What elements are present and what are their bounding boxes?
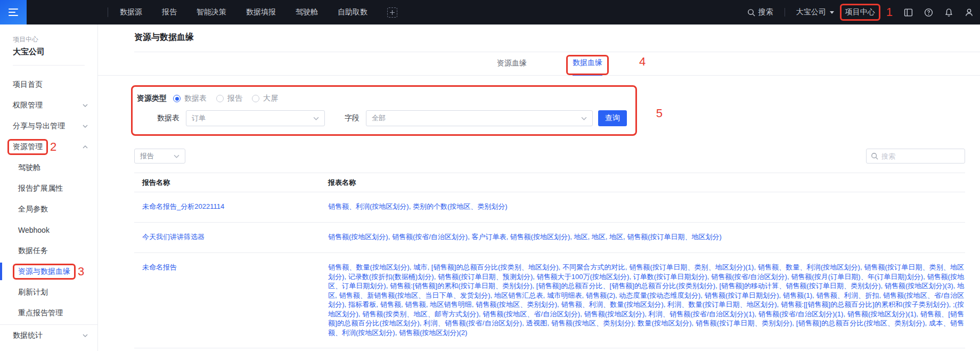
project-center-label: 项目中心 (845, 7, 875, 17)
radio-selected-icon (173, 95, 181, 102)
annotation-step-3: 3 (78, 266, 84, 277)
active-indicator-bar (0, 263, 2, 280)
sidebar-item-webhook[interactable]: Webhook (0, 219, 97, 240)
annotation-step-4: 4 (639, 56, 646, 68)
sidebar-item-permission-mgmt[interactable]: 权限管理 (0, 95, 97, 116)
chevron-up-icon (83, 145, 88, 149)
nav-item-smart-decision[interactable]: 智能决策 (197, 7, 226, 17)
search-icon (871, 152, 878, 160)
select-value: 全部 (372, 113, 386, 123)
chevron-down-icon (174, 154, 179, 158)
lineage-tabs: 资源血缘 数据血缘 4 (98, 52, 980, 76)
radio-icon (252, 95, 259, 102)
add-module-button[interactable] (387, 7, 397, 18)
sidebar-item-refresh-plan[interactable]: 刷新计划 (0, 282, 97, 303)
top-navbar: 数据源 报告 智能决策 数据填报 驾驶舱 自助取数 搜索 大宝公司 项目中心 1 (0, 0, 980, 25)
sidebar-item-report-ext-props[interactable]: 报告扩展属性 (0, 178, 97, 199)
sidebar-item-cockpit[interactable]: 驾驶舱 (0, 157, 97, 178)
query-button[interactable]: 查询 (598, 110, 627, 126)
chevron-down-icon (830, 11, 834, 14)
radio-option-datatable[interactable]: 数据表 (173, 94, 207, 103)
sidebar-item-label: 权限管理 (13, 101, 43, 110)
sidebar-item-global-params[interactable]: 全局参数 (0, 199, 97, 219)
tab-resource-lineage[interactable]: 资源血缘 (497, 59, 527, 75)
nav-item-self-service[interactable]: 自助取数 (338, 7, 368, 17)
column-header-chart-name: 报表名称 (328, 173, 965, 192)
table-row: 今天我们讲讲筛选器 销售额(按地区划分), 销售额(按省/自治区划分), 客户订… (134, 223, 965, 253)
sidebar-item-label: 分享与导出管理 (13, 121, 65, 131)
sidebar-item-label: 报告扩展属性 (18, 184, 63, 193)
chevron-down-icon (581, 117, 587, 120)
nav-item-report[interactable]: 报告 (162, 7, 177, 17)
field-select[interactable]: 全部 (366, 110, 593, 126)
notifications-icon[interactable] (944, 8, 953, 17)
radio-option-report[interactable]: 报告 (216, 94, 242, 103)
sidebar-item-label: 刷新计划 (18, 288, 48, 297)
org-switcher[interactable]: 大宝公司 (796, 7, 834, 17)
report-link[interactable]: 未命名报告_分析20221114 (142, 202, 224, 210)
chevron-down-icon (83, 334, 88, 337)
nav-item-datasource[interactable]: 数据源 (120, 7, 142, 17)
org-name: 大宝公司 (796, 7, 826, 17)
sidebar-item-label: 项目首页 (13, 80, 43, 89)
page-title: 资源与数据血缘 (134, 32, 980, 43)
sidebar-item-label: Webhook (18, 226, 50, 234)
lineage-table: 报告名称 报表名称 未命名报告_分析20221114 销售额、利润(按地区划分)… (134, 173, 965, 348)
sidebar-item-label: 数据统计 (13, 331, 43, 340)
annotation-step-2: 2 (50, 141, 56, 153)
sidebar-item-label: 重点报告管理 (18, 308, 63, 318)
sidebar-item-data-tasks[interactable]: 数据任务 (0, 240, 97, 261)
nav-divider (785, 8, 785, 17)
field-select-label: 字段 (345, 113, 360, 123)
global-search-button[interactable]: 搜索 (747, 7, 773, 17)
datatable-select-label: 数据表 (157, 113, 179, 123)
sidebar-item-label: 全局参数 (18, 205, 48, 214)
sidebar-item-label: 驾驶舱 (18, 163, 40, 173)
sidebar-item-resource-mgmt[interactable]: 资源管理 2 (0, 136, 97, 157)
chevron-down-icon (83, 125, 88, 128)
select-value: 订单 (192, 113, 206, 123)
select-value: 报告 (140, 151, 154, 161)
radio-label: 报告 (227, 94, 242, 103)
radio-label: 大屏 (263, 94, 278, 103)
sidebar-item-label: 数据任务 (18, 246, 48, 256)
project-center-button[interactable]: 项目中心 (845, 7, 875, 17)
radio-icon (216, 95, 224, 102)
main-nav: 数据源 报告 智能决策 数据填报 驾驶舱 自助取数 (120, 7, 397, 18)
main-content: 资源与数据血缘 资源血缘 数据血缘 4 资源类型 数据表 (98, 25, 980, 351)
chevron-down-icon (83, 104, 88, 107)
radio-label: 数据表 (184, 94, 207, 103)
annotation-step-1: 1 (886, 6, 893, 18)
sidebar-item-project-home[interactable]: 项目首页 (0, 74, 97, 95)
nav-item-dashboard[interactable]: 驾驶舱 (296, 7, 318, 17)
app-menu-button[interactable] (0, 0, 27, 25)
list-search-box (866, 149, 965, 164)
resource-type-label: 资源类型 (137, 94, 167, 103)
resource-type-radio-group: 数据表 报告 大屏 (173, 94, 278, 103)
report-link[interactable]: 未命名报告 (142, 263, 177, 271)
nav-item-data-filling[interactable]: 数据填报 (246, 7, 276, 17)
sidebar: 项目中心 大宝公司 项目首页 权限管理 分享与导出管理 资源管理 2 驾驶舱 (0, 25, 98, 351)
hamburger-icon (9, 6, 18, 18)
nav-divider (108, 7, 108, 17)
sidebar-item-key-report-mgmt[interactable]: 重点报告管理 (0, 303, 97, 323)
help-icon[interactable] (924, 8, 933, 17)
report-link[interactable]: 今天我们讲讲筛选器 (142, 233, 205, 241)
radio-option-bigscreen[interactable]: 大屏 (252, 94, 278, 103)
chevron-down-icon (313, 117, 319, 120)
sidebar-item-resource-data-lineage[interactable]: 资源与数据血缘 3 (0, 261, 97, 282)
sidebar-item-share-export-mgmt[interactable]: 分享与导出管理 (0, 116, 97, 136)
search-label: 搜索 (758, 7, 773, 17)
workbench-icon[interactable] (904, 8, 913, 17)
sidebar-item-data-statistics[interactable]: 数据统计 (0, 325, 97, 346)
sidebar-item-label: 资源管理 (13, 142, 43, 152)
plus-icon (390, 10, 395, 15)
resource-kind-select[interactable]: 报告 (134, 149, 185, 164)
table-header-row: 报告名称 报表名称 (134, 173, 965, 192)
list-search-input[interactable] (881, 152, 960, 160)
tab-data-lineage[interactable]: 数据血缘 (573, 58, 602, 76)
datatable-select[interactable]: 订单 (186, 110, 325, 126)
sidebar-context-label: 项目中心 (13, 35, 85, 44)
user-icon[interactable] (965, 8, 974, 17)
annotation-step-5: 5 (656, 108, 663, 119)
